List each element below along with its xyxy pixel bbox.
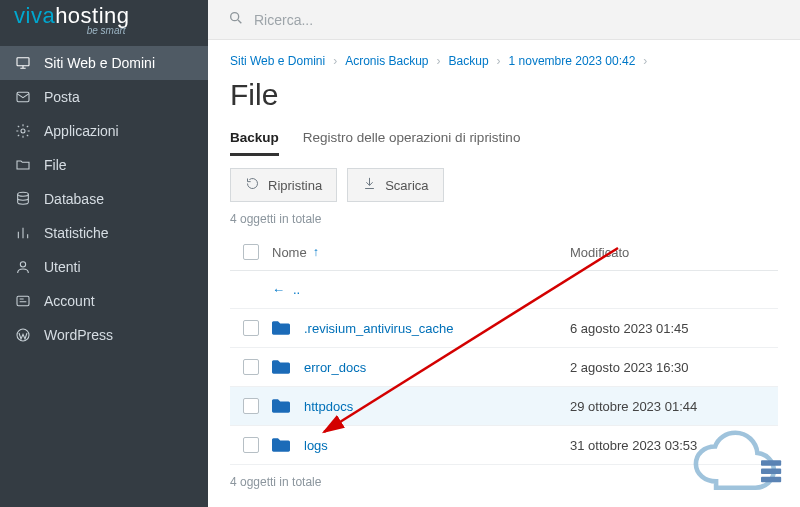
sidebar-item-label: WordPress xyxy=(44,327,113,343)
download-icon xyxy=(362,176,377,194)
up-label: .. xyxy=(293,282,300,297)
sidebar-item-label: Applicazioni xyxy=(44,123,119,139)
page-title: File xyxy=(230,78,778,112)
wordpress-icon xyxy=(14,327,32,343)
up-directory-link[interactable]: ← .. xyxy=(272,282,300,297)
sidebar-item-label: Account xyxy=(44,293,95,309)
breadcrumb-link[interactable]: Acronis Backup xyxy=(345,54,428,68)
breadcrumb: Siti Web e Domini› Acronis Backup› Backu… xyxy=(230,54,778,68)
folder-icon xyxy=(272,438,290,452)
sidebar: vivahosting be smart Siti Web e Domini P… xyxy=(0,0,208,507)
chevron-right-icon: › xyxy=(437,54,441,68)
button-label: Scarica xyxy=(385,178,428,193)
svg-rect-1 xyxy=(17,92,29,101)
row-checkbox[interactable] xyxy=(243,437,259,453)
sidebar-nav: Siti Web e Domini Posta Applicazioni Fil… xyxy=(0,46,208,352)
sidebar-item-label: File xyxy=(44,157,67,173)
svg-rect-11 xyxy=(761,477,781,483)
sidebar-item-mail[interactable]: Posta xyxy=(0,80,208,114)
table-row: httpdocs 29 ottobre 2023 01:44 xyxy=(230,387,778,426)
sidebar-item-stats[interactable]: Statistiche xyxy=(0,216,208,250)
modified-cell: 6 agosto 2023 01:45 xyxy=(570,321,770,336)
search-input[interactable] xyxy=(254,12,780,28)
row-checkbox[interactable] xyxy=(243,398,259,414)
brand-logo: vivahosting be smart xyxy=(0,0,208,46)
monitor-icon xyxy=(14,55,32,71)
restore-button[interactable]: Ripristina xyxy=(230,168,337,202)
folder-link[interactable]: logs xyxy=(304,438,328,453)
breadcrumb-link[interactable]: Siti Web e Domini xyxy=(230,54,325,68)
toolbar: Ripristina Scarica xyxy=(230,168,778,202)
row-checkbox[interactable] xyxy=(243,320,259,336)
restore-icon xyxy=(245,176,260,194)
table-header: Nome ↑ Modificato xyxy=(230,234,778,271)
sidebar-item-label: Database xyxy=(44,191,104,207)
svg-point-3 xyxy=(18,192,29,196)
sidebar-item-account[interactable]: Account xyxy=(0,284,208,318)
tab-backup[interactable]: Backup xyxy=(230,130,279,156)
breadcrumb-link[interactable]: 1 novembre 2023 00:42 xyxy=(509,54,636,68)
select-all-checkbox[interactable] xyxy=(243,244,259,260)
svg-rect-10 xyxy=(761,469,781,475)
download-button[interactable]: Scarica xyxy=(347,168,443,202)
search-icon xyxy=(228,10,244,29)
chevron-right-icon: › xyxy=(643,54,647,68)
sidebar-item-label: Statistiche xyxy=(44,225,109,241)
folder-icon xyxy=(272,360,290,374)
column-header-modified[interactable]: Modificato xyxy=(570,245,770,260)
svg-point-4 xyxy=(20,262,25,267)
folder-icon xyxy=(272,399,290,413)
chevron-right-icon: › xyxy=(497,54,501,68)
arrow-left-icon: ← xyxy=(272,282,285,297)
folder-link[interactable]: error_docs xyxy=(304,360,366,375)
svg-rect-0 xyxy=(17,58,29,66)
tab-restore-log[interactable]: Registro delle operazioni di ripristino xyxy=(303,130,521,156)
svg-point-2 xyxy=(21,129,25,133)
table-row: error_docs 2 agosto 2023 16:30 xyxy=(230,348,778,387)
sidebar-item-label: Utenti xyxy=(44,259,81,275)
svg-rect-5 xyxy=(17,296,29,305)
column-label: Nome xyxy=(272,245,307,260)
sidebar-item-apps[interactable]: Applicazioni xyxy=(0,114,208,148)
sidebar-item-database[interactable]: Database xyxy=(0,182,208,216)
chart-icon xyxy=(14,225,32,241)
sidebar-item-label: Siti Web e Domini xyxy=(44,55,155,71)
watermark-cloud-icon xyxy=(684,428,794,501)
sort-asc-icon: ↑ xyxy=(313,245,319,259)
button-label: Ripristina xyxy=(268,178,322,193)
chevron-right-icon: › xyxy=(333,54,337,68)
row-checkbox[interactable] xyxy=(243,359,259,375)
folder-icon xyxy=(272,321,290,335)
gear-icon xyxy=(14,123,32,139)
svg-point-7 xyxy=(231,13,239,21)
modified-cell: 2 agosto 2023 16:30 xyxy=(570,360,770,375)
folder-icon xyxy=(14,157,32,173)
modified-cell: 29 ottobre 2023 01:44 xyxy=(570,399,770,414)
mail-icon xyxy=(14,89,32,105)
sidebar-item-label: Posta xyxy=(44,89,80,105)
svg-rect-9 xyxy=(761,460,781,466)
table-row-up: ← .. xyxy=(230,271,778,309)
sidebar-item-sites[interactable]: Siti Web e Domini xyxy=(0,46,208,80)
sidebar-item-users[interactable]: Utenti xyxy=(0,250,208,284)
breadcrumb-link[interactable]: Backup xyxy=(449,54,489,68)
folder-link[interactable]: httpdocs xyxy=(304,399,353,414)
card-icon xyxy=(14,293,32,309)
item-count-top: 4 oggetti in totale xyxy=(230,212,778,226)
column-header-name[interactable]: Nome ↑ xyxy=(272,245,570,260)
database-icon xyxy=(14,191,32,207)
topbar xyxy=(208,0,800,40)
table-row: .revisium_antivirus_cache 6 agosto 2023 … xyxy=(230,309,778,348)
folder-link[interactable]: .revisium_antivirus_cache xyxy=(304,321,454,336)
tabs: Backup Registro delle operazioni di ripr… xyxy=(230,130,778,156)
sidebar-item-files[interactable]: File xyxy=(0,148,208,182)
brand-tagline: be smart xyxy=(14,25,126,36)
sidebar-item-wordpress[interactable]: WordPress xyxy=(0,318,208,352)
user-icon xyxy=(14,259,32,275)
